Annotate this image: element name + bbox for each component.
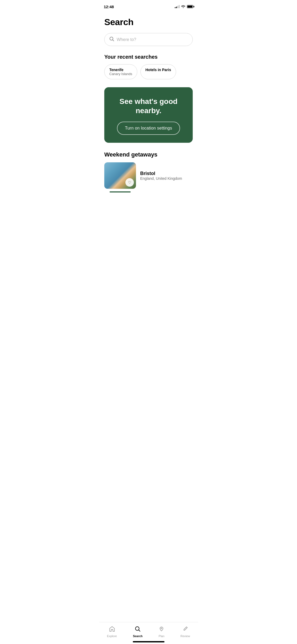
recent-chip-paris[interactable]: Hotels in Paris	[140, 64, 176, 79]
banner-title: See what's good nearby.	[111, 97, 186, 115]
location-banner: See what's good nearby. Turn on location…	[104, 87, 193, 143]
wifi-icon	[181, 5, 185, 9]
destination-image-bristol: ♡	[104, 162, 136, 189]
recent-searches-list: Tenerife Canary Islands Hotels in Paris	[104, 64, 193, 79]
chip-sub-tenerife: Canary Islands	[109, 72, 132, 76]
page-title: Search	[104, 17, 193, 27]
signal-icon	[175, 5, 180, 8]
chip-main-tenerife: Tenerife	[109, 68, 132, 72]
status-time: 12:48	[104, 4, 114, 9]
recent-chip-tenerife[interactable]: Tenerife Canary Islands	[104, 64, 137, 79]
status-bar: 12:48	[99, 0, 198, 12]
weekend-getaways-section: Weekend getaways ♡ Bristol England, Unit…	[104, 151, 193, 192]
recent-searches-section: Your recent searches Tenerife Canary Isl…	[104, 54, 193, 79]
chip-main-paris: Hotels in Paris	[145, 68, 171, 72]
search-input-bar[interactable]: Where to?	[104, 33, 193, 46]
heart-button-bristol[interactable]: ♡	[125, 178, 134, 187]
scroll-indicator	[110, 191, 131, 192]
svg-point-0	[110, 37, 113, 40]
battery-icon	[187, 5, 193, 8]
search-placeholder: Where to?	[117, 37, 136, 42]
status-icons	[175, 5, 193, 9]
destination-card-bristol[interactable]: ♡ Bristol England, United Kingdom	[104, 162, 193, 189]
destination-location-bristol: England, United Kingdom	[140, 176, 193, 181]
search-icon	[109, 36, 114, 43]
heart-icon: ♡	[128, 180, 131, 185]
recent-searches-title: Your recent searches	[104, 54, 193, 60]
location-settings-button[interactable]: Turn on location settings	[117, 122, 180, 135]
destination-name-bristol: Bristol	[140, 171, 193, 176]
destination-info-bristol: Bristol England, United Kingdom	[140, 171, 193, 181]
weekend-getaways-title: Weekend getaways	[104, 151, 193, 158]
svg-line-1	[113, 40, 114, 41]
